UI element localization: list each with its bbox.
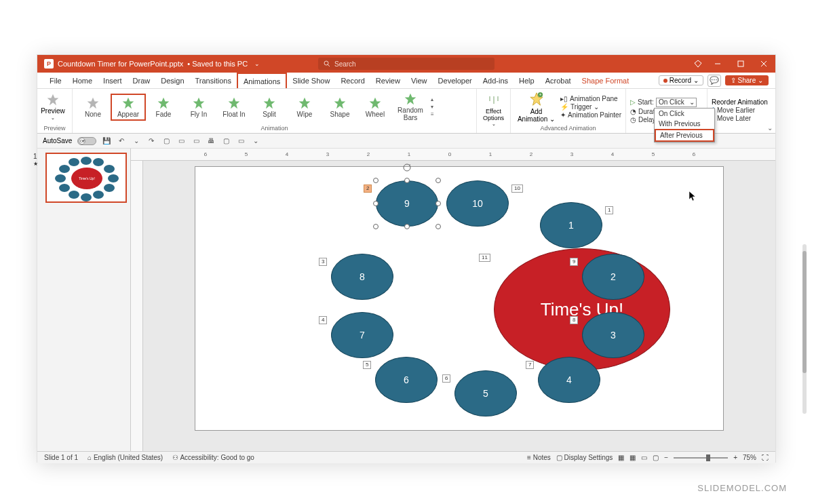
animation-fly-in[interactable]: Fly In bbox=[181, 95, 216, 119]
anim-tag-5[interactable]: 5 bbox=[363, 361, 371, 369]
countdown-ellipse-1[interactable]: 1 bbox=[540, 202, 602, 248]
countdown-ellipse-8[interactable]: 8 bbox=[331, 254, 393, 300]
zoom-slider[interactable] bbox=[674, 457, 728, 459]
comments-button[interactable]: 💬 bbox=[708, 75, 721, 87]
tab-record[interactable]: Record bbox=[335, 73, 370, 88]
tab-view[interactable]: View bbox=[406, 73, 433, 88]
redo-icon[interactable]: ↷ bbox=[147, 136, 156, 146]
trigger-button[interactable]: ⚡ Trigger ⌄ bbox=[560, 103, 621, 111]
slide-canvas[interactable]: Time's Up! 11 1010112938475665748392 bbox=[195, 166, 724, 431]
tab-transitions[interactable]: Transitions bbox=[190, 73, 237, 88]
selection-handle[interactable] bbox=[435, 224, 441, 229]
share-button[interactable]: ⇪ Share ⌄ bbox=[725, 75, 769, 85]
tab-insert[interactable]: Insert bbox=[98, 73, 128, 88]
start-option-with-previous[interactable]: With Previous bbox=[655, 119, 714, 129]
countdown-ellipse-3[interactable]: 3 bbox=[582, 312, 644, 358]
countdown-ellipse-5[interactable]: 5 bbox=[454, 370, 517, 416]
selection-handle[interactable] bbox=[373, 224, 379, 229]
tab-animations[interactable]: Animations bbox=[237, 73, 287, 88]
tab-home[interactable]: Home bbox=[67, 73, 98, 88]
animation-shape[interactable]: Shape bbox=[322, 95, 357, 119]
tab-acrobat[interactable]: Acrobat bbox=[540, 73, 577, 88]
qat-icon-8[interactable]: ▭ bbox=[236, 136, 246, 146]
start-option-on-click[interactable]: On Click bbox=[655, 109, 714, 119]
anim-tag-2[interactable]: 2 bbox=[364, 185, 372, 193]
qat-customize-icon[interactable]: ⌄ bbox=[251, 136, 260, 146]
tab-shape-format[interactable]: Shape Format bbox=[577, 73, 635, 88]
anim-tag-4[interactable]: 4 bbox=[319, 316, 327, 324]
close-button[interactable] bbox=[752, 55, 775, 73]
display-settings-button[interactable]: ▢ Display Settings bbox=[556, 454, 613, 461]
rotation-handle[interactable] bbox=[402, 163, 412, 172]
zoom-out-icon[interactable]: − bbox=[664, 454, 668, 461]
animation-painter-button[interactable]: ✦ Animation Painter bbox=[560, 111, 621, 119]
saved-dropdown-icon[interactable]: ⌄ bbox=[254, 60, 260, 67]
ribbon-expand-icon[interactable]: ⌄ bbox=[767, 124, 773, 132]
selection-handle[interactable] bbox=[404, 178, 410, 183]
countdown-ellipse-4[interactable]: 4 bbox=[538, 357, 600, 403]
animation-wipe[interactable]: Wipe bbox=[287, 95, 322, 119]
minimize-button[interactable] bbox=[706, 55, 729, 73]
tab-draw[interactable]: Draw bbox=[128, 73, 156, 88]
premium-icon[interactable] bbox=[694, 60, 702, 68]
animation-gallery-more[interactable]: ▴▾≡ bbox=[428, 96, 437, 117]
qat-icon-5[interactable]: ▭ bbox=[191, 136, 201, 146]
animation-wheel[interactable]: Wheel bbox=[357, 95, 393, 119]
tab-add-ins[interactable]: Add-ins bbox=[478, 73, 513, 88]
animation-split[interactable]: Split bbox=[252, 95, 287, 119]
anim-tag-center[interactable]: 11 bbox=[479, 254, 490, 262]
countdown-ellipse-10[interactable]: 10 bbox=[446, 180, 509, 227]
reading-view-icon[interactable]: ▭ bbox=[641, 454, 647, 461]
preview-button[interactable]: Preview⌄ bbox=[37, 90, 69, 123]
selection-handle[interactable] bbox=[373, 178, 379, 183]
start-option-after-previous[interactable]: After Previous bbox=[655, 129, 714, 142]
tab-file[interactable]: File bbox=[44, 73, 67, 88]
animation-fade[interactable]: Fade bbox=[146, 95, 181, 119]
animation-random-bars[interactable]: Random Bars bbox=[393, 91, 428, 123]
anim-tag-1[interactable]: 1 bbox=[605, 206, 613, 214]
tab-design[interactable]: Design bbox=[155, 73, 189, 88]
sorter-view-icon[interactable]: ▦ bbox=[629, 454, 636, 461]
autosave-toggle[interactable]: Off bbox=[77, 137, 96, 145]
notes-button[interactable]: ≡ Notes bbox=[527, 454, 551, 461]
qat-icon-7[interactable]: ▢ bbox=[221, 136, 231, 146]
undo-dropdown-icon[interactable]: ⌄ bbox=[132, 136, 141, 146]
anim-tag-9[interactable]: 9 bbox=[570, 258, 578, 266]
animation-none[interactable]: None bbox=[75, 95, 111, 119]
zoom-in-icon[interactable]: + bbox=[733, 454, 737, 461]
selection-handle[interactable] bbox=[373, 201, 379, 206]
animation-float-in[interactable]: Float In bbox=[216, 95, 252, 119]
center-ellipse[interactable]: Time's Up! bbox=[494, 248, 670, 370]
anim-tag-8[interactable]: 8 bbox=[570, 316, 578, 324]
anim-tag-3[interactable]: 3 bbox=[319, 258, 327, 266]
move-later-button[interactable]: ˅ Move Later bbox=[712, 115, 768, 122]
countdown-ellipse-2[interactable]: 2 bbox=[582, 254, 644, 300]
move-earlier-button[interactable]: ˄ Move Earlier bbox=[712, 106, 768, 114]
countdown-ellipse-6[interactable]: 6 bbox=[375, 357, 438, 403]
selection-handle[interactable] bbox=[435, 178, 441, 183]
maximize-button[interactable] bbox=[729, 55, 752, 73]
zoom-percent[interactable]: 75% bbox=[743, 454, 756, 461]
record-button[interactable]: Record ⌄ bbox=[659, 75, 703, 85]
from-beginning-icon[interactable]: ▢ bbox=[161, 136, 171, 146]
save-icon[interactable]: 💾 bbox=[102, 136, 111, 146]
animation-pane-button[interactable]: ▸▯ Animation Pane bbox=[560, 95, 621, 102]
normal-view-icon[interactable]: ▦ bbox=[618, 454, 624, 461]
tab-help[interactable]: Help bbox=[513, 73, 540, 88]
touch-mode-icon[interactable]: ▭ bbox=[176, 136, 186, 146]
language-indicator[interactable]: ⌂ English (United States) bbox=[88, 454, 163, 461]
add-animation-button[interactable]: + Add Animation ⌄ bbox=[515, 92, 558, 123]
qat-icon-6[interactable]: 🖶 bbox=[206, 136, 216, 146]
anim-tag-7[interactable]: 7 bbox=[526, 361, 534, 369]
selection-handle[interactable] bbox=[435, 201, 441, 206]
selection-handle[interactable] bbox=[404, 224, 410, 229]
countdown-ellipse-9[interactable]: 9 bbox=[376, 180, 438, 227]
undo-icon[interactable]: ↶ bbox=[117, 136, 126, 146]
slide-thumbnail[interactable]: Time's Up! bbox=[45, 153, 127, 203]
tab-developer[interactable]: Developer bbox=[433, 73, 478, 88]
search-input[interactable]: Search bbox=[318, 58, 495, 70]
vertical-scrollbar[interactable] bbox=[800, 244, 809, 414]
effect-options-button[interactable]: Effect Options⌄ bbox=[477, 94, 510, 127]
slideshow-view-icon[interactable]: ▢ bbox=[653, 454, 659, 461]
countdown-ellipse-7[interactable]: 7 bbox=[331, 312, 393, 358]
